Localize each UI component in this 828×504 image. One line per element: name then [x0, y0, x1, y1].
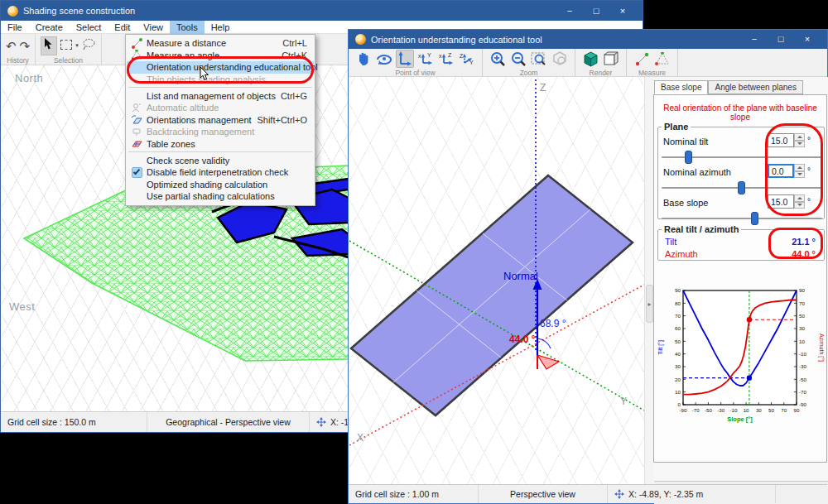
w2-3d-viewport[interactable]: Z X Y Normal 68.9 ° 44.0 ° [349, 77, 644, 486]
menu-create[interactable]: Create [29, 21, 70, 34]
base-slope-value[interactable]: 15.0 [768, 194, 794, 209]
marquee-dropdown-icon[interactable]: ▾ [75, 42, 79, 49]
tab-angle-between-planes[interactable]: Angle between planes [708, 80, 802, 94]
w2-close-button[interactable]: × [794, 35, 821, 44]
menu-item-label: Use partial shading calculations [147, 191, 275, 201]
base-slope-label: Base slope [663, 198, 708, 208]
menu-item-orientations-management[interactable]: Orientations management Shift+Ctrl+O [127, 114, 314, 127]
pointer-tool-icon[interactable] [41, 36, 57, 55]
real-group-legend: Real tilt / azimuth [662, 224, 741, 234]
view-xz-icon[interactable]: xZ [437, 50, 455, 68]
automatic-altitude-icon [127, 103, 147, 113]
menu-item-table-zones[interactable]: Table zones [127, 138, 314, 151]
splitter-handle[interactable]: ▸ [646, 285, 653, 323]
spin-up-icon[interactable] [794, 133, 805, 141]
nominal-tilt-value[interactable]: 15.0 [768, 133, 794, 147]
zoom-extents-icon[interactable] [551, 50, 569, 68]
zoom-window-icon[interactable] [530, 50, 548, 68]
zoom-group: Zoom [483, 49, 575, 76]
menu-file[interactable]: File [1, 21, 29, 34]
redo-icon[interactable]: ↷ [20, 40, 31, 52]
plane-group: Plane Nominal tilt 15.0 ° Nominal azimut… [657, 122, 825, 219]
svg-text:-70: -70 [799, 389, 807, 395]
menu-item-optimized-shading[interactable]: Optimized shading calculation [127, 179, 314, 191]
lasso-select-icon[interactable] [82, 38, 96, 54]
w1-titlebar[interactable]: Shading scene construction − □ × [1, 1, 643, 21]
orbit-view-icon[interactable] [375, 50, 393, 68]
svg-text:-10: -10 [799, 351, 807, 357]
view-xy-icon[interactable]: xY [416, 50, 435, 68]
slider-thumb[interactable] [685, 151, 692, 164]
menu-item-measure-angle[interactable]: Measure an angle Ctrl+K [127, 50, 314, 62]
nominal-tilt-spinbox[interactable]: 15.0 ° [768, 133, 811, 147]
menu-item-partial-shading[interactable]: Use partial shading calculations [127, 190, 314, 203]
nominal-tilt-slider[interactable] [662, 150, 822, 165]
svg-text:50: 50 [675, 338, 681, 344]
w2-minimize-button[interactable]: − [741, 35, 768, 44]
w2-grid-size: Grid cell size : 1.00 m [349, 485, 479, 503]
svg-text:-30: -30 [799, 363, 807, 369]
w1-minimize-button[interactable]: − [556, 7, 583, 16]
menu-item-automatic-altitude[interactable]: Automatic altitude [127, 102, 314, 114]
menu-item-thin-objects[interactable]: Thin objects shading analysis [127, 74, 314, 86]
tab-base-slope[interactable]: Base slope [654, 80, 708, 94]
menu-item-check-scene[interactable]: Check scene validity [127, 154, 314, 166]
spin-up-icon[interactable] [794, 164, 805, 171]
real-tilt-azimuth-group: Real tilt / azimuth Tilt 21.1 ° Azimuth … [657, 224, 825, 261]
measure-angle-icon[interactable] [653, 50, 672, 68]
view-zy-icon[interactable]: ZY [458, 50, 476, 68]
panel-splitter[interactable]: ▸ [644, 77, 653, 486]
svg-text:30: 30 [675, 363, 681, 369]
menu-item-orientation-tool[interactable]: Orientation understanding educational to… [127, 61, 314, 74]
nominal-azimuth-slider[interactable] [662, 180, 822, 195]
desktop: { "w1": { "title": "Shading scene constr… [0, 0, 828, 504]
window-orientation-tool: Orientation understanding educational to… [348, 29, 828, 504]
menu-edit[interactable]: Edit [108, 21, 137, 34]
selection-caption: Selection [54, 56, 83, 65]
menu-tools[interactable]: Tools [170, 21, 205, 34]
menu-item-disable-interpenetration[interactable]: Disable field interpenetration check [127, 166, 314, 179]
menu-view[interactable]: View [137, 21, 170, 34]
menu-item-measure-distance[interactable]: Measure a distance Ctrl+L [127, 37, 314, 50]
menu-separator [128, 151, 312, 152]
menu-help[interactable]: Help [205, 21, 237, 34]
svg-text:90: 90 [794, 407, 800, 413]
w2-view-mode: Perspective view [479, 485, 608, 503]
render-wireframe-icon[interactable] [602, 50, 620, 68]
nominal-azimuth-value[interactable]: 0.0 [768, 164, 794, 178]
spin-down-icon[interactable] [794, 171, 805, 179]
spin-down-icon[interactable] [794, 141, 805, 148]
svg-text:30: 30 [756, 407, 762, 413]
w2-titlebar[interactable]: Orientation understanding educational to… [349, 30, 827, 49]
zoom-out-icon[interactable] [509, 50, 527, 68]
slider-thumb[interactable] [738, 181, 745, 194]
render-solid-icon[interactable] [581, 50, 599, 68]
selection-group: ▾ Selection [36, 34, 102, 65]
svg-text:70: 70 [781, 407, 787, 413]
nominal-azimuth-spinbox[interactable]: 0.0 ° [768, 164, 811, 178]
measure-distance-icon[interactable] [633, 50, 651, 68]
real-tilt-label: Tilt [665, 237, 676, 247]
real-tilt-row: Tilt 21.1 ° [665, 237, 816, 247]
measure-distance-icon [127, 38, 147, 49]
w2-maximize-button[interactable]: □ [768, 35, 794, 44]
slider-thumb[interactable] [751, 212, 758, 225]
pan-hand-icon[interactable] [354, 50, 373, 68]
svg-text:Tilt [°]: Tilt [°] [657, 340, 664, 355]
undo-icon[interactable]: ↶ [6, 40, 17, 52]
svg-text:10: 10 [744, 407, 749, 413]
app-logo-icon [355, 34, 366, 45]
menu-item-list-objects[interactable]: List and management of objects Ctrl+G [127, 89, 314, 102]
base-slope-spinbox[interactable]: 15.0 ° [768, 194, 811, 209]
menu-item-backtracking[interactable]: Backtracking management [127, 126, 314, 138]
svg-text:Y: Y [427, 52, 431, 58]
spin-up-icon[interactable] [794, 194, 805, 202]
zoom-in-icon[interactable] [489, 50, 507, 68]
svg-text:50: 50 [799, 313, 805, 319]
w1-close-button[interactable]: × [609, 7, 636, 16]
axes-view-icon[interactable] [396, 50, 414, 68]
menu-select[interactable]: Select [70, 21, 108, 34]
marquee-select-icon[interactable] [60, 38, 72, 53]
spin-down-icon[interactable] [794, 202, 805, 209]
w1-maximize-button[interactable]: □ [583, 7, 609, 16]
